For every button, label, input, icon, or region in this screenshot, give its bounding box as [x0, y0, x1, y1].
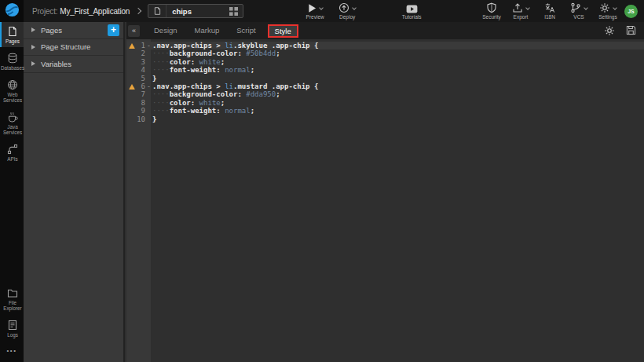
sidebar-bottom-items: File ExplorerLogs — [0, 283, 24, 342]
line-number: 2 — [137, 49, 145, 57]
code-line[interactable]: 10} — [126, 115, 644, 123]
code-text[interactable]: } — [152, 75, 644, 82]
sidebar-item-label: Logs — [7, 332, 18, 338]
sidebar-item-apis[interactable]: APIs — [0, 140, 24, 165]
sidebar-item-file-explorer[interactable]: File Explorer — [0, 283, 24, 314]
toolbar-preview-button[interactable]: Preview — [305, 2, 325, 20]
expand-arrow-icon — [31, 45, 35, 49]
sidebar-item-java-services[interactable]: Java Services — [0, 108, 24, 138]
code-line[interactable]: 4····font-weight: normal; — [126, 66, 644, 74]
sidebar-item-logs[interactable]: Logs — [0, 316, 24, 341]
top-bar: Project:My_First_Application chips Previ… — [0, 0, 644, 22]
code-text[interactable]: ····color: white; — [152, 58, 644, 66]
line-number: 9 — [137, 107, 145, 115]
code-line[interactable]: 8····color: white; — [126, 99, 644, 107]
code-text[interactable]: .nav.app-chips > li.mustard .app-chip { — [152, 82, 644, 90]
sidebar-item-web-services[interactable]: Web Services — [0, 75, 24, 106]
toolbar-mid: Tutorials — [401, 2, 422, 20]
user-avatar[interactable]: JS — [624, 5, 638, 18]
panel-section-pages[interactable]: Pages+ — [24, 22, 123, 39]
style-settings-gear-icon[interactable] — [604, 25, 615, 36]
toolbar-label: Preview — [306, 14, 324, 20]
line-number: 10 — [137, 115, 145, 123]
coffee-icon — [7, 112, 18, 122]
gutter-warning-cell — [126, 66, 137, 74]
more-options-button[interactable]: ••• — [0, 342, 24, 362]
code-line[interactable]: 2····background-color: #50b4dd; — [126, 49, 644, 57]
api-icon — [7, 144, 18, 155]
gutter-warning-cell — [126, 82, 137, 90]
fold-marker — [145, 107, 152, 115]
fold-marker[interactable]: - — [145, 42, 152, 49]
toolbar-export-button[interactable]: Export — [510, 2, 531, 20]
toolbar-vcs-button[interactable]: VCS — [569, 2, 589, 20]
editor-area: « DesignMarkupScriptStyle 1-.nav.app-chi… — [126, 22, 644, 362]
fold-marker — [145, 49, 152, 57]
fold-marker — [145, 75, 152, 82]
toolbar-settings-button[interactable]: Settings — [598, 2, 618, 20]
panel-section-page-structure[interactable]: Page Structure — [24, 39, 123, 57]
gutter-warning-cell — [126, 75, 137, 82]
code-line[interactable]: 6-.nav.app-chips > li.mustard .app-chip … — [126, 82, 644, 90]
code-line[interactable]: 5} — [126, 75, 644, 82]
toolbar-label: Tutorials — [402, 14, 422, 20]
line-number: 4 — [137, 66, 145, 74]
editor-tab-actions — [604, 25, 636, 36]
editor-tab-bar: « DesignMarkupScriptStyle — [126, 22, 644, 39]
file-icon — [148, 5, 166, 17]
gutter-warning-cell — [126, 49, 137, 57]
toolbar-label: Security — [482, 14, 500, 20]
code-text[interactable]: ····font-weight: normal; — [152, 66, 644, 74]
sidebar-top-items: PagesDatabasesWeb ServicesJava ServicesA… — [0, 22, 24, 166]
line-number: 8 — [137, 99, 145, 107]
toolbar-tutorials-button[interactable]: Tutorials — [401, 2, 422, 20]
tab-style[interactable]: Style — [268, 24, 298, 38]
sidebar-item-databases[interactable]: Databases — [0, 49, 24, 74]
sidebar-item-label: Java Services — [2, 124, 24, 135]
line-number: 1 — [137, 42, 145, 49]
code-line[interactable]: 7····background-color: #dda950; — [126, 90, 644, 98]
chevron-down-icon — [352, 5, 357, 10]
panel-section-label: Variables — [41, 60, 119, 68]
toolbar-i18n-button[interactable]: I18N — [540, 2, 560, 20]
expand-arrow-icon — [31, 27, 35, 32]
fold-marker — [145, 99, 152, 107]
add-page-button[interactable]: + — [108, 24, 119, 36]
toolbar-security-button[interactable]: Security — [481, 2, 502, 20]
code-text[interactable]: ····font-weight: normal; — [152, 107, 644, 115]
code-line[interactable]: 9····font-weight: normal; — [126, 107, 644, 115]
code-text[interactable]: } — [152, 115, 644, 123]
breadcrumb[interactable]: Project:My_First_Application — [32, 7, 130, 16]
collapse-panel-button[interactable]: « — [128, 25, 140, 37]
sidebar-item-pages[interactable]: Pages — [0, 22, 24, 47]
toolbar-right: SecurityExportI18NVCSSettings — [481, 2, 618, 20]
breadcrumb-chevron-icon — [135, 8, 141, 14]
code-line[interactable]: 3····color: white; — [126, 58, 644, 66]
file-tab-chips[interactable]: chips — [148, 4, 243, 18]
tab-design[interactable]: Design — [145, 22, 186, 39]
globe-icon — [7, 79, 18, 90]
code-editor[interactable]: 1-.nav.app-chips > li.skyblue .app-chip … — [126, 39, 644, 362]
sidebar-item-label: Databases — [1, 65, 24, 71]
page-switcher-grid-icon[interactable] — [229, 7, 238, 16]
tab-script[interactable]: Script — [228, 22, 264, 39]
toolbar-deploy-button[interactable]: Deploy — [337, 2, 357, 20]
sidebar-item-label: APIs — [7, 156, 17, 162]
code-text[interactable]: ····background-color: #dda950; — [152, 90, 644, 98]
panel-section-variables[interactable]: Variables — [24, 56, 123, 73]
gutter-warning-cell — [126, 58, 137, 66]
toolbar-label: VCS — [573, 14, 584, 20]
logs-icon — [7, 320, 18, 331]
code-text[interactable]: ····background-color: #50b4dd; — [152, 49, 644, 57]
chevron-down-icon — [525, 5, 530, 10]
code-text[interactable]: .nav.app-chips > li.skyblue .app-chip { — [152, 42, 644, 49]
save-icon[interactable] — [626, 25, 636, 36]
code-text[interactable]: ····color: white; — [152, 99, 644, 107]
line-number: 7 — [137, 90, 145, 98]
line-number: 5 — [137, 75, 145, 82]
tab-markup[interactable]: Markup — [186, 22, 229, 39]
code-line[interactable]: 1-.nav.app-chips > li.skyblue .app-chip … — [126, 42, 644, 49]
fold-marker[interactable]: - — [145, 82, 152, 90]
wavemaker-logo[interactable] — [0, 0, 24, 22]
toolbar-label: Export — [514, 14, 529, 20]
